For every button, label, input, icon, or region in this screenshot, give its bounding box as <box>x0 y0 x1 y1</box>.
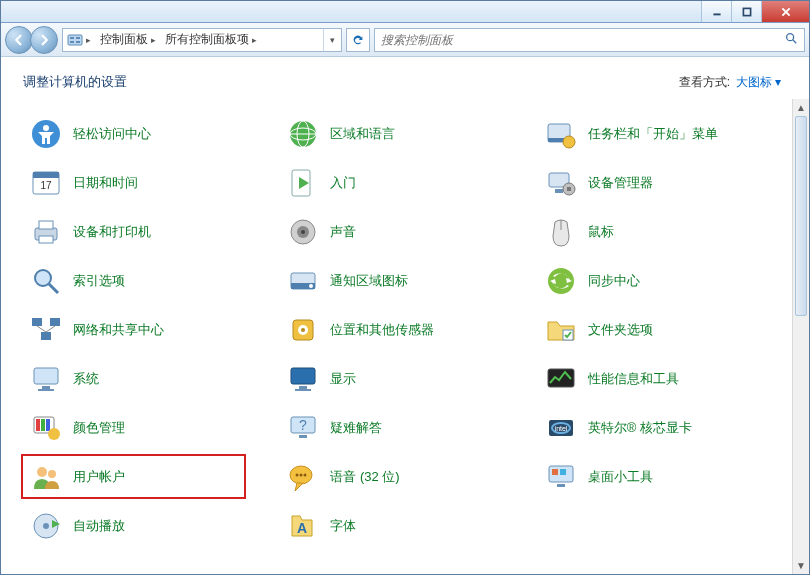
cp-item-location-sensors[interactable]: 位置和其他传感器 <box>286 305 533 354</box>
cp-item-date-time[interactable]: 17日期和时间 <box>29 158 276 207</box>
svg-rect-52 <box>42 386 50 389</box>
chevron-right-icon: ▸ <box>151 35 156 45</box>
folder-options-icon <box>544 313 578 347</box>
devices-printers-icon <box>29 215 63 249</box>
speech-icon <box>286 460 320 494</box>
svg-rect-28 <box>567 187 571 191</box>
cp-item-label: 英特尔® 核芯显卡 <box>588 419 692 437</box>
cp-item-devices-printers[interactable]: 设备和打印机 <box>29 207 276 256</box>
cp-item-label: 设备管理器 <box>588 174 653 192</box>
search-input[interactable] <box>381 33 784 47</box>
content: 调整计算机的设置 查看方式: 大图标 ▾ 轻松访问中心区域和语言任务栏和「开始」… <box>1 57 809 574</box>
svg-text:17: 17 <box>40 180 52 191</box>
scrollbar[interactable]: ▲ ▼ <box>792 99 809 574</box>
cp-item-label: 设备和打印机 <box>73 223 151 241</box>
cp-item-label: 索引选项 <box>73 272 125 290</box>
svg-line-37 <box>49 284 58 293</box>
svg-rect-4 <box>68 35 82 45</box>
cp-item-label: 疑难解答 <box>330 419 382 437</box>
view-mode: 查看方式: 大图标 ▾ <box>679 74 781 91</box>
chevron-down-icon: ▾ <box>330 35 335 45</box>
cp-item-label: 区域和语言 <box>330 125 395 143</box>
search-box[interactable] <box>374 28 805 52</box>
svg-rect-59 <box>36 419 40 431</box>
scroll-thumb[interactable] <box>795 116 807 316</box>
svg-point-40 <box>309 284 313 288</box>
cp-item-desktop-gadgets[interactable]: 桌面小工具 <box>544 452 791 501</box>
svg-text:A: A <box>297 520 307 536</box>
cp-item-autoplay[interactable]: 自动播放 <box>29 501 276 550</box>
breadcrumb-seg-1[interactable]: 所有控制面板项 ▸ <box>161 29 262 51</box>
refresh-button[interactable] <box>346 28 370 52</box>
region-language-icon <box>286 117 320 151</box>
minimize-button[interactable] <box>701 1 731 22</box>
cp-item-region-language[interactable]: 区域和语言 <box>286 109 533 158</box>
cp-item-speech[interactable]: 语音 (32 位) <box>286 452 533 501</box>
intel-graphics-icon: intel <box>544 411 578 445</box>
cp-item-mouse[interactable]: 鼠标 <box>544 207 791 256</box>
cp-item-performance-tools[interactable]: 性能信息和工具 <box>544 354 791 403</box>
svg-rect-5 <box>70 37 74 39</box>
cp-item-color-management[interactable]: 颜色管理 <box>29 403 276 452</box>
cp-item-notification-area[interactable]: 通知区域图标 <box>286 256 533 305</box>
breadcrumb-label: 控制面板 <box>100 31 148 48</box>
svg-rect-31 <box>39 236 53 243</box>
cp-item-fonts[interactable]: A字体 <box>286 501 533 550</box>
device-manager-icon <box>544 166 578 200</box>
close-button[interactable] <box>761 1 809 22</box>
cp-item-label: 系统 <box>73 370 99 388</box>
view-dropdown[interactable]: 大图标 ▾ <box>736 74 781 91</box>
svg-text:?: ? <box>299 417 307 433</box>
view-value: 大图标 <box>736 74 772 91</box>
forward-button[interactable] <box>30 26 58 54</box>
svg-point-19 <box>563 136 575 148</box>
svg-rect-21 <box>33 172 59 178</box>
refresh-icon <box>351 33 365 47</box>
address-dropdown[interactable]: ▾ <box>323 29 341 51</box>
cp-item-getting-started[interactable]: 入门 <box>286 158 533 207</box>
troubleshoot-icon: ? <box>286 411 320 445</box>
cp-item-label: 位置和其他传感器 <box>330 321 434 339</box>
page-title: 调整计算机的设置 <box>23 73 127 91</box>
cp-item-network-sharing[interactable]: 网络和共享中心 <box>29 305 276 354</box>
cp-item-sync-center[interactable]: 同步中心 <box>544 256 791 305</box>
view-label: 查看方式: <box>679 74 730 91</box>
cp-item-label: 字体 <box>330 517 356 535</box>
back-button[interactable] <box>5 26 33 54</box>
cp-item-system[interactable]: 系统 <box>29 354 276 403</box>
cp-item-label: 文件夹选项 <box>588 321 653 339</box>
color-management-icon <box>29 411 63 445</box>
cp-item-ease-of-access[interactable]: 轻松访问中心 <box>29 109 276 158</box>
svg-rect-51 <box>34 368 58 384</box>
breadcrumb-seg-0[interactable]: 控制面板 ▸ <box>96 29 161 51</box>
cp-item-label: 桌面小工具 <box>588 468 653 486</box>
cp-item-display[interactable]: 显示 <box>286 354 533 403</box>
cp-item-intel-graphics[interactable]: intel英特尔® 核芯显卡 <box>544 403 791 452</box>
cp-item-label: 同步中心 <box>588 272 640 290</box>
svg-line-45 <box>37 326 46 332</box>
cp-item-user-accounts[interactable]: 用户帐户 <box>29 452 276 501</box>
svg-rect-77 <box>560 469 566 475</box>
scroll-up-button[interactable]: ▲ <box>793 99 809 116</box>
sound-icon <box>286 215 320 249</box>
date-time-icon: 17 <box>29 166 63 200</box>
search-icon[interactable] <box>784 31 798 49</box>
system-icon <box>29 362 63 396</box>
cp-item-sound[interactable]: 声音 <box>286 207 533 256</box>
cp-item-taskbar-start[interactable]: 任务栏和「开始」菜单 <box>544 109 791 158</box>
cp-item-folder-options[interactable]: 文件夹选项 <box>544 305 791 354</box>
address-bar[interactable]: ▸ 控制面板 ▸ 所有控制面板项 ▸ ▾ <box>62 28 342 52</box>
svg-point-36 <box>35 270 51 286</box>
maximize-button[interactable] <box>731 1 761 22</box>
items-grid: 轻松访问中心区域和语言任务栏和「开始」菜单17日期和时间入门设备管理器设备和打印… <box>1 99 809 574</box>
breadcrumb-root-icon[interactable]: ▸ <box>63 29 96 51</box>
cp-item-troubleshoot[interactable]: ?疑难解答 <box>286 403 533 452</box>
svg-point-80 <box>43 523 49 529</box>
desktop-gadgets-icon <box>544 460 578 494</box>
cp-item-device-manager[interactable]: 设备管理器 <box>544 158 791 207</box>
scroll-down-button[interactable]: ▼ <box>793 557 809 574</box>
svg-point-34 <box>301 230 305 234</box>
svg-rect-42 <box>32 318 42 326</box>
svg-rect-61 <box>46 419 50 431</box>
cp-item-indexing[interactable]: 索引选项 <box>29 256 276 305</box>
